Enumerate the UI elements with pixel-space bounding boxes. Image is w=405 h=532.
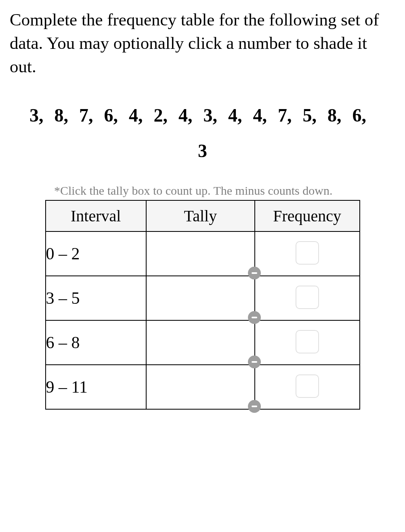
data-number-list: 3, 8, 7, 6, 4, 2, 4, 3, 4, 4, 7, 5, 8, 6… <box>10 98 395 168</box>
frequency-cell <box>255 231 360 276</box>
frequency-cell <box>255 365 360 409</box>
table-row: 6 – 8 <box>46 320 360 365</box>
instructions-text: Complete the frequency table for the fol… <box>10 8 395 78</box>
table-row: 3 – 5 <box>46 276 360 320</box>
data-number[interactable]: 3 <box>197 133 208 168</box>
interval-cell: 3 – 5 <box>46 276 146 320</box>
data-number[interactable]: 5, <box>302 98 318 133</box>
data-number[interactable]: 6, <box>352 98 367 133</box>
data-number[interactable]: 6, <box>103 98 119 133</box>
frequency-cell <box>255 276 360 320</box>
data-number[interactable]: 4, <box>252 98 268 133</box>
data-number[interactable]: 4, <box>178 98 193 133</box>
frequency-input[interactable] <box>296 286 319 309</box>
data-number[interactable]: 8, <box>327 98 342 133</box>
hint-text: *Click the tally box to count up. The mi… <box>54 184 395 198</box>
tally-cell[interactable] <box>146 276 255 320</box>
frequency-input[interactable] <box>296 374 319 398</box>
frequency-input[interactable] <box>296 241 319 265</box>
frequency-input[interactable] <box>296 330 319 353</box>
data-number[interactable]: 4, <box>227 98 243 133</box>
table-row: 0 – 2 <box>46 231 360 276</box>
data-number[interactable]: 7, <box>78 98 94 133</box>
interval-cell: 9 – 11 <box>46 365 146 409</box>
data-number[interactable]: 7, <box>277 98 293 133</box>
data-number[interactable]: 3, <box>203 98 218 133</box>
minus-icon[interactable] <box>248 267 261 280</box>
header-interval: Interval <box>46 200 146 231</box>
data-number[interactable]: 4, <box>128 98 144 133</box>
frequency-cell <box>255 320 360 365</box>
tally-cell[interactable] <box>146 365 255 409</box>
header-frequency: Frequency <box>255 200 360 231</box>
interval-cell: 0 – 2 <box>46 231 146 276</box>
interval-cell: 6 – 8 <box>46 320 146 365</box>
frequency-table: Interval Tally Frequency 0 – 23 – 56 – 8… <box>45 200 360 410</box>
data-number[interactable]: 3, <box>29 98 44 133</box>
minus-icon[interactable] <box>248 400 261 413</box>
table-row: 9 – 11 <box>46 365 360 409</box>
minus-icon[interactable] <box>248 311 261 324</box>
data-number[interactable]: 2, <box>153 98 169 133</box>
data-number[interactable]: 8, <box>54 98 69 133</box>
tally-cell[interactable] <box>146 320 255 365</box>
header-tally: Tally <box>146 200 255 231</box>
minus-icon[interactable] <box>248 355 261 368</box>
tally-cell[interactable] <box>146 231 255 276</box>
